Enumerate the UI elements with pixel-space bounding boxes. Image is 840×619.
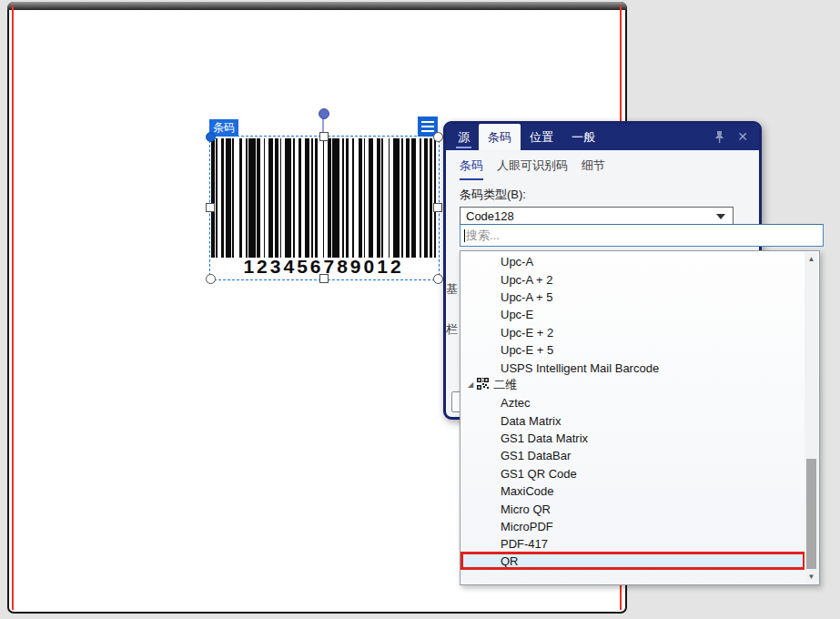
list-item-label: Upc-A + 2	[501, 273, 552, 287]
list-item-label: Upc-E + 5	[501, 343, 553, 357]
list-item[interactable]: MaxiCode	[461, 482, 805, 500]
list-item[interactable]: Micro QR	[461, 500, 805, 517]
list-item-label: 二维	[493, 377, 517, 393]
handle-bottom-center[interactable]	[319, 274, 329, 283]
list-item[interactable]: Upc-A	[461, 253, 805, 270]
subtab-details[interactable]: 细节	[582, 157, 605, 180]
list-item-label: GS1 Data Matrix	[501, 431, 588, 445]
tab-source[interactable]: 源	[449, 124, 479, 150]
expander-icon[interactable]: ◢	[468, 381, 473, 389]
handle-bottom-right[interactable]	[433, 274, 443, 284]
list-item-label: GS1 QR Code	[501, 467, 577, 481]
list-item[interactable]: USPS Intelligent Mail Barcode	[461, 359, 805, 376]
dialog-subtabs: 条码 人眼可识别码 细节	[460, 157, 605, 180]
list-item-label: PDF-417	[501, 537, 548, 551]
list-item-label: MaxiCode	[501, 484, 554, 498]
clipped-label-2: 栏	[446, 321, 459, 338]
scroll-up-icon[interactable]: ▲	[805, 252, 818, 266]
list-item-label: Upc-A + 5	[501, 290, 552, 304]
barcode-type-dropdown: Upc-A Upc-A + 2	[460, 250, 820, 585]
tab-position[interactable]: 位置	[521, 124, 562, 150]
dialog-titlebar: 源 条码 位置 一般 ✕	[446, 124, 759, 150]
list-item[interactable]: QR	[461, 553, 805, 569]
list-item[interactable]: GS1 QR Code	[461, 465, 805, 482]
list-item-label: Upc-A	[501, 255, 533, 269]
list-item-label: Aztec	[501, 396, 531, 410]
barcode-bars[interactable]	[211, 138, 436, 258]
text-caret	[464, 229, 465, 242]
subtab-barcode[interactable]: 条码	[460, 157, 483, 180]
handle-top-right[interactable]	[433, 132, 443, 142]
list-item[interactable]: Upc-E	[461, 306, 805, 323]
handle-bottom-left[interactable]	[206, 274, 216, 284]
scrollbar[interactable]: ▲ ▼	[805, 252, 818, 583]
list-item-label: USPS Intelligent Mail Barcode	[501, 361, 659, 375]
list-item-label: QR	[501, 554, 519, 568]
list-item[interactable]: Data Matrix	[461, 412, 805, 430]
page-top-shadow	[7, 2, 627, 10]
close-icon[interactable]: ✕	[737, 124, 748, 150]
barcode-type-list: Upc-A Upc-A + 2	[461, 253, 805, 569]
tab-barcode[interactable]: 条码	[479, 124, 521, 150]
barcode-type-label: 条码类型(B):	[460, 187, 526, 203]
rotation-handle[interactable]	[319, 108, 329, 119]
handle-top-left[interactable]	[206, 132, 216, 142]
left-margin-guide	[12, 5, 14, 610]
barcode-type-value: Code128	[466, 209, 514, 223]
search-input[interactable]: 搜索...	[460, 224, 824, 247]
list-item-label: Micro QR	[501, 502, 551, 516]
subtab-human-readable[interactable]: 人眼可识别码	[497, 157, 568, 180]
handle-mid-left[interactable]	[206, 203, 215, 212]
pin-icon[interactable]	[713, 130, 725, 144]
list-item[interactable]: Upc-A + 2	[461, 270, 805, 288]
scrollbar-thumb[interactable]	[806, 459, 816, 569]
list-item[interactable]: GS1 Data Matrix	[461, 430, 805, 447]
list-item-label: GS1 DataBar	[501, 449, 571, 462]
clipped-label-1: 基	[446, 281, 459, 298]
list-item[interactable]: Upc-E + 2	[461, 324, 805, 341]
list-item[interactable]: ◢ 二维	[461, 377, 805, 394]
list-item-label: MicroPDF	[501, 520, 553, 533]
list-item[interactable]: Upc-A + 5	[461, 289, 805, 306]
combobox-arrow-icon	[716, 214, 725, 219]
application-window: 123456789012 条码 源 条码 位置 一般	[0, 0, 840, 619]
list-item-label: Data Matrix	[501, 414, 561, 428]
qr-group-icon	[477, 378, 489, 392]
list-item[interactable]: MicroPDF	[461, 518, 805, 535]
list-item[interactable]: GS1 DataBar	[461, 447, 805, 464]
list-item-label: Upc-E + 2	[501, 326, 553, 340]
tab-general[interactable]: 一般	[562, 124, 604, 150]
list-item[interactable]: Aztec	[461, 394, 805, 411]
list-item[interactable]: PDF-417	[461, 535, 805, 553]
handle-top-center[interactable]	[319, 132, 329, 141]
scroll-down-icon[interactable]: ▼	[805, 570, 818, 583]
list-item[interactable]: Upc-E + 5	[461, 341, 805, 359]
search-placeholder: 搜索...	[466, 228, 500, 244]
barcode-type-combobox[interactable]: Code128	[460, 207, 734, 226]
list-item-label: Upc-E	[501, 308, 533, 321]
handle-mid-right[interactable]	[433, 203, 442, 212]
